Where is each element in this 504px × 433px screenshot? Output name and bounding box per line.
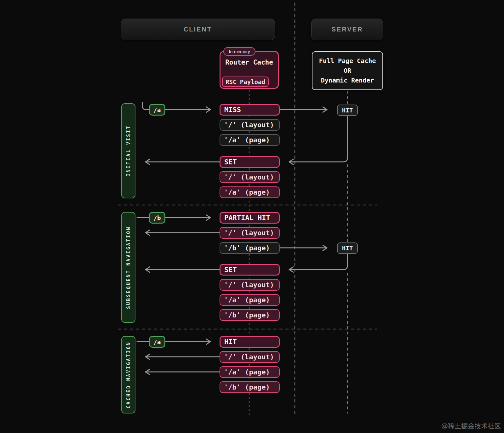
cached-segment-a-page-2: '/a' (page) [220, 294, 280, 306]
server-header-label: SERVER [332, 26, 363, 33]
full-page-cache-box: Full Page Cache OR Dynamic Render [312, 51, 383, 90]
client-header: CLIENT [121, 19, 275, 40]
cached-segment-a-page: '/a' (page) [220, 186, 280, 198]
full-page-cache-line2: OR [344, 66, 351, 76]
request-badge-a-cached: /a [149, 336, 165, 348]
server-header: SERVER [311, 19, 383, 40]
cache-action-set-2: SET [220, 264, 280, 276]
full-page-cache-line1: Full Page Cache [319, 56, 376, 66]
arrow-server-hit-to-set [289, 116, 347, 162]
cached-segment-root-layout: '/' (layout) [220, 171, 280, 183]
in-memory-badge-label: In-memory [229, 49, 250, 54]
rsc-payload-label: RSC Payload [226, 78, 265, 85]
cache-status-hit: HIT [220, 336, 280, 348]
server-hit-badge-subsequent: HIT [337, 242, 358, 254]
cache-status-miss: MISS [220, 104, 280, 116]
cached-segment-root-layout-4: '/' (layout) [220, 351, 280, 363]
cached-segment-b-page: '/b' (page) [220, 309, 280, 321]
segment-b-page: '/b' (page) [220, 242, 280, 254]
segment-a-page: '/a' (page) [220, 134, 280, 146]
in-memory-badge: In-memory [223, 47, 255, 56]
arrow-server-hit-to-set-2 [289, 254, 347, 270]
server-hit-badge-initial: HIT [337, 105, 358, 116]
cached-segment-a-page-3: '/a' (page) [220, 366, 280, 378]
section-label-subsequent-navigation: SUBSEQUENT NAVIGATION [121, 212, 135, 323]
full-page-cache-line3: Dynamic Render [321, 76, 374, 85]
section-label-cached-navigation: CACHED NAVIGATION [121, 336, 135, 413]
cached-segment-root-layout-3: '/' (layout) [220, 279, 280, 291]
router-cache-title: Router Cache [220, 59, 279, 66]
rsc-payload-chip: RSC Payload [222, 77, 269, 87]
cached-segment-b-page-2: '/b' (page) [220, 381, 280, 393]
cache-status-partial-hit: PARTIAL HIT [220, 212, 280, 224]
cache-action-set: SET [220, 156, 280, 168]
request-badge-a-initial: /a [149, 104, 165, 116]
diagram-canvas: CLIENT SERVER In-memory Router Cache RSC… [0, 0, 504, 433]
request-badge-b-subsequent: /b [149, 212, 165, 224]
cached-segment-root-layout-2: '/' (layout) [220, 227, 280, 239]
watermark: @稀土掘金技术社区 [432, 421, 501, 430]
section-label-initial-visit: INITIAL VISIT [121, 103, 135, 198]
client-header-label: CLIENT [184, 26, 212, 33]
segment-root-layout: '/' (layout) [220, 119, 280, 131]
